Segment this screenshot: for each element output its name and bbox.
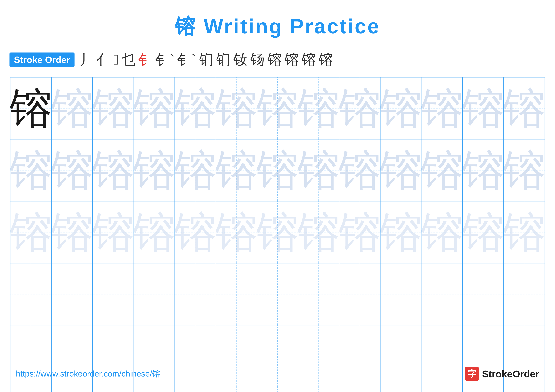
footer-url: https://www.strokeorder.com/chinese/镕 xyxy=(16,368,160,379)
grid-cell-1-9: 镕 xyxy=(339,78,380,139)
stroke-12: 镕 xyxy=(268,50,282,69)
grid-cell-1-12: 镕 xyxy=(463,78,504,139)
grid-cell-1-10: 镕 xyxy=(380,78,422,139)
grid-cell-2-3: 镕 xyxy=(93,139,134,201)
char-guide: 镕 xyxy=(216,149,257,192)
char-guide: 镕 xyxy=(422,87,463,130)
stroke-10: 钕 xyxy=(233,50,248,69)
grid-cell-2-8: 镕 xyxy=(298,139,339,201)
grid-cell-6-3 xyxy=(93,387,134,392)
grid-cell-3-11: 镕 xyxy=(422,201,463,263)
grid-cell-4-11 xyxy=(422,264,463,325)
grid-cell-1-4: 镕 xyxy=(134,78,175,139)
grid-cell-4-3 xyxy=(93,264,134,325)
char-guide-faint: 镕 xyxy=(175,211,216,254)
char-guide: 镕 xyxy=(463,149,504,192)
grid-cell-3-4: 镕 xyxy=(134,201,175,263)
grid-cell-3-3: 镕 xyxy=(93,201,134,263)
char-guide: 镕 xyxy=(93,87,134,130)
grid-cell-3-8: 镕 xyxy=(298,201,339,263)
grid-cell-4-1 xyxy=(10,264,51,325)
char-guide-faint: 镕 xyxy=(298,211,339,254)
stroke-1: 丿 xyxy=(79,50,94,69)
page-title: 镕 Writing Practice xyxy=(175,13,380,41)
grid-cell-6-12 xyxy=(463,387,504,392)
stroke-11: 钖 xyxy=(250,50,265,69)
char-guide: 镕 xyxy=(422,149,463,192)
grid-row-4 xyxy=(10,264,545,325)
char-guide: 镕 xyxy=(93,149,134,192)
grid-cell-3-7: 镕 xyxy=(257,201,298,263)
grid-cell-3-1: 镕 xyxy=(10,201,51,263)
char-guide: 镕 xyxy=(380,149,422,192)
char-guide-faint: 镕 xyxy=(422,211,463,254)
char-guide: 镕 xyxy=(298,87,339,130)
grid-cell-1-7: 镕 xyxy=(257,78,298,139)
grid-cell-4-5 xyxy=(175,264,216,325)
grid-cell-6-9 xyxy=(339,387,380,392)
grid-cell-1-5: 镕 xyxy=(175,78,216,139)
grid-cell-3-10: 镕 xyxy=(380,201,422,263)
char-guide-faint: 镕 xyxy=(257,211,298,254)
grid-cell-2-13: 镕 xyxy=(504,139,545,201)
page: 镕 Writing Practice Stroke Order 丿 亻 𠂇 乜 … xyxy=(0,0,555,392)
char-guide: 镕 xyxy=(51,149,93,192)
char-guide: 镕 xyxy=(134,87,175,130)
char-guide: 镕 xyxy=(380,87,422,130)
stroke-6: 钅` xyxy=(155,50,175,69)
char-guide: 镕 xyxy=(257,87,298,130)
grid-row-1: 镕 镕 镕 镕 镕 镕 镕 镕 镕 xyxy=(10,78,545,139)
grid-cell-4-2 xyxy=(51,264,93,325)
char-guide: 镕 xyxy=(175,149,216,192)
grid-cell-2-5: 镕 xyxy=(175,139,216,201)
grid-cell-3-5: 镕 xyxy=(175,201,216,263)
grid-row-3: 镕 镕 镕 镕 镕 镕 镕 镕 镕 xyxy=(10,201,545,264)
char-guide-faint: 镕 xyxy=(216,211,257,254)
stroke-5: 钅 xyxy=(139,50,153,69)
stroke-order-row: Stroke Order 丿 亻 𠂇 乜 钅 钅` 钅` 钔 钔 钕 钖 镕 镕… xyxy=(0,50,555,69)
stroke-order-badge: Stroke Order xyxy=(9,52,74,67)
grid-cell-6-2 xyxy=(51,387,93,392)
char-guide: 镕 xyxy=(504,149,545,192)
char-guide-faint: 镕 xyxy=(10,211,51,254)
grid-cell-2-7: 镕 xyxy=(257,139,298,201)
grid-cell-2-1: 镕 xyxy=(10,139,51,201)
grid-cell-6-8 xyxy=(298,387,339,392)
grid-row-2: 镕 镕 镕 镕 镕 镕 镕 镕 镕 xyxy=(10,139,545,201)
char-guide: 镕 xyxy=(463,87,504,130)
stroke-chars: 丿 亻 𠂇 乜 钅 钅` 钅` 钔 钔 钕 钖 镕 镕 镕 镕 xyxy=(79,50,333,69)
char-guide: 镕 xyxy=(257,149,298,192)
grid-cell-1-6: 镕 xyxy=(216,78,257,139)
grid-cell-1-8: 镕 xyxy=(298,78,339,139)
grid-cell-4-12 xyxy=(463,264,504,325)
stroke-15: 镕 xyxy=(319,50,333,69)
char-guide-faint: 镕 xyxy=(93,211,134,254)
char-guide: 镕 xyxy=(298,149,339,192)
practice-grid: 镕 镕 镕 镕 镕 镕 镕 镕 镕 xyxy=(10,77,545,392)
grid-cell-2-6: 镕 xyxy=(216,139,257,201)
grid-cell-2-9: 镕 xyxy=(339,139,380,201)
stroke-13: 镕 xyxy=(285,50,299,69)
grid-cell-1-2: 镕 xyxy=(51,78,93,139)
grid-cell-6-7 xyxy=(257,387,298,392)
grid-cell-2-2: 镕 xyxy=(51,139,93,201)
grid-cell-3-6: 镕 xyxy=(216,201,257,263)
char-guide-faint: 镕 xyxy=(380,211,422,254)
footer-logo: 字 StrokeOrder xyxy=(465,367,539,381)
logo-text: StrokeOrder xyxy=(482,368,539,379)
char-guide-faint: 镕 xyxy=(463,211,504,254)
grid-row-6 xyxy=(10,387,545,392)
grid-cell-1-1: 镕 xyxy=(10,78,51,139)
grid-cell-2-4: 镕 xyxy=(134,139,175,201)
grid-cell-6-5 xyxy=(175,387,216,392)
char-guide-faint: 镕 xyxy=(339,211,380,254)
char-dark: 镕 xyxy=(10,87,51,130)
grid-cell-4-8 xyxy=(298,264,339,325)
footer: https://www.strokeorder.com/chinese/镕 字 … xyxy=(0,367,555,381)
char-guide: 镕 xyxy=(216,87,257,130)
char-guide-faint: 镕 xyxy=(504,211,545,254)
grid-cell-4-13 xyxy=(504,264,545,325)
grid-cell-4-10 xyxy=(380,264,422,325)
char-guide: 镕 xyxy=(339,87,380,130)
char-guide: 镕 xyxy=(51,87,93,130)
